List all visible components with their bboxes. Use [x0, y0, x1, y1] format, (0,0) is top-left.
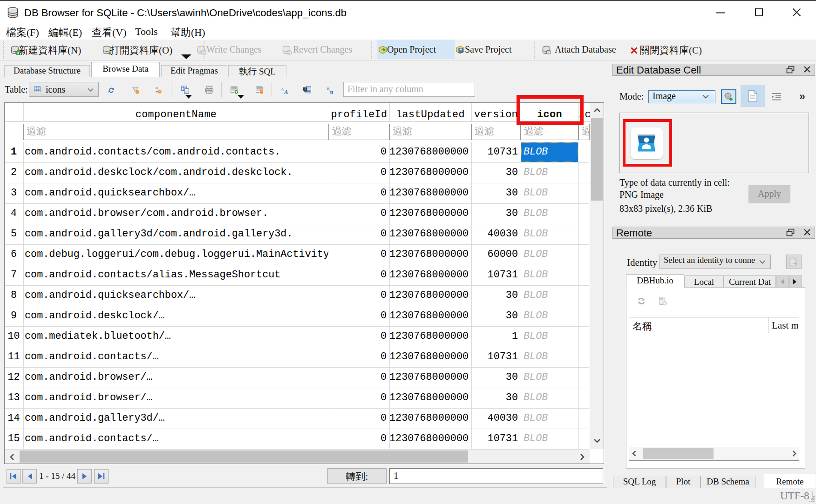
svg-text:A: A: [280, 87, 284, 92]
svg-text:A: A: [284, 88, 288, 95]
svg-text:b: b: [327, 87, 330, 91]
